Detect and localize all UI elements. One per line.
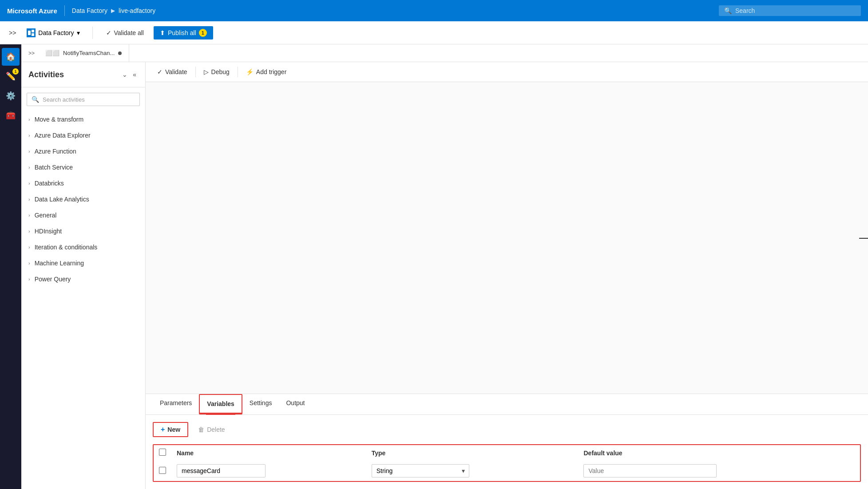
second-toolbar: >> Data Factory ▾ ✓ Validate all ⬆ Publi… (0, 21, 868, 44)
col-type: Type (366, 445, 579, 461)
canvas-drawing (146, 82, 868, 394)
activity-data-lake-analytics[interactable]: › Data Lake Analytics (21, 191, 145, 207)
activity-general[interactable]: › General (21, 207, 145, 223)
activity-label-7: HDInsight (35, 228, 62, 235)
activities-search-input[interactable] (43, 96, 135, 103)
nav-divider (64, 5, 65, 16)
validate-all-label: Validate all (114, 29, 144, 36)
variable-default-input[interactable] (583, 464, 717, 477)
activities-title: Activities (28, 70, 64, 79)
activity-hdinsight[interactable]: › HDInsight (21, 223, 145, 239)
activity-label-8: Iteration & conditionals (35, 244, 98, 251)
activity-chevron-9: › (28, 260, 30, 266)
activities-close-button[interactable]: « (131, 69, 138, 80)
type-select-wrapper: String Boolean Integer Array (372, 464, 469, 477)
activities-collapse-button[interactable]: ⌄ (120, 69, 129, 80)
tab-expand-icon[interactable]: >> (25, 48, 38, 58)
pipeline-tab-name: NotifiyTeamsChan... (63, 50, 115, 56)
activities-list: › Move & transform › Azure Data Explorer… (21, 111, 145, 287)
svg-rect-0 (28, 31, 31, 35)
df-selector[interactable]: Data Factory ▾ (23, 27, 83, 39)
tab-variables[interactable]: Variables (200, 395, 242, 414)
activity-azure-data-explorer[interactable]: › Azure Data Explorer (21, 127, 145, 143)
publish-all-button[interactable]: ⬆ Publish all 1 (154, 26, 213, 39)
debug-button[interactable]: ▷ Debug (199, 66, 234, 78)
sidebar-toolbox-button[interactable]: 🧰 (2, 106, 20, 124)
validate-check-icon: ✓ (157, 68, 163, 75)
col-default-value: Default value (578, 445, 860, 461)
activity-iteration-conditionals[interactable]: › Iteration & conditionals (21, 239, 145, 255)
svg-rect-2 (32, 33, 34, 36)
delete-button[interactable]: 🗑 Delete (194, 423, 229, 436)
activities-panel: Activities ⌄ « 🔍 › Move & transform (21, 62, 146, 489)
activity-label-4: Databricks (35, 180, 64, 187)
canvas-sep-2 (238, 67, 238, 77)
variable-type-select[interactable]: String Boolean Integer Array (372, 464, 469, 477)
add-trigger-label: Add trigger (256, 68, 286, 75)
activity-chevron-8: › (28, 244, 30, 250)
search-input[interactable] (735, 7, 856, 14)
activities-search-box[interactable]: 🔍 (27, 93, 140, 106)
activity-chevron-0: › (28, 117, 30, 122)
activity-machine-learning[interactable]: › Machine Learning (21, 255, 145, 271)
pipeline-tab[interactable]: ⬜⬜ NotifiyTeamsChan... (38, 44, 129, 62)
validate-all-button[interactable]: ✓ Validate all (102, 27, 148, 39)
search-icon: 🔍 (724, 7, 732, 14)
table-row: String Boolean Integer Array (154, 461, 860, 481)
add-trigger-button[interactable]: ⚡ Add trigger (242, 66, 291, 78)
validate-icon: ✓ (106, 29, 111, 36)
variables-table: Name Type Default value (154, 445, 860, 481)
row-checkbox[interactable] (159, 467, 166, 474)
activity-azure-function[interactable]: › Azure Function (21, 143, 145, 159)
activity-label-9: Machine Learning (35, 260, 84, 267)
main-layout: 🏠 ✏️ 1 ⚙️ 🧰 >> ⬜⬜ NotifiyTeamsChan... Ac… (0, 44, 868, 489)
expand-button[interactable]: >> (7, 28, 18, 38)
pipeline-tab-bar: >> ⬜⬜ NotifiyTeamsChan... (21, 44, 868, 62)
publish-label: Publish all (168, 29, 196, 36)
edit-badge: 1 (12, 68, 19, 75)
activity-chevron-10: › (28, 276, 30, 282)
table-header-row: Name Type Default value (154, 445, 860, 461)
activity-chevron-7: › (28, 229, 30, 234)
new-variable-button[interactable]: + New (153, 422, 188, 437)
activity-label-3: Batch Service (35, 164, 73, 171)
activity-label-6: General (35, 212, 57, 219)
activity-label-10: Power Query (35, 276, 71, 283)
activity-label-1: Azure Data Explorer (35, 132, 91, 139)
debug-label: Debug (211, 68, 230, 75)
header-checkbox[interactable] (159, 449, 166, 456)
activity-move-transform[interactable]: › Move & transform (21, 111, 145, 127)
activity-chevron-5: › (28, 197, 30, 202)
nav-path-factory: live-adfactory (119, 7, 155, 14)
activity-databricks[interactable]: › Databricks (21, 175, 145, 191)
pipeline-unsaved-dot (118, 51, 122, 55)
activity-label-5: Data Lake Analytics (35, 196, 89, 203)
new-label: New (167, 426, 180, 433)
variables-table-wrapper: Name Type Default value (153, 444, 861, 482)
top-nav: Microsoft Azure Data Factory ▶ live-adfa… (0, 0, 868, 21)
debug-icon: ▷ (204, 68, 209, 75)
activities-controls: ⌄ « (120, 69, 138, 80)
activities-header: Activities ⌄ « (21, 62, 145, 87)
tab-output[interactable]: Output (279, 394, 312, 414)
sidebar-home-button[interactable]: 🏠 (2, 48, 20, 66)
tab-parameters[interactable]: Parameters (153, 394, 199, 414)
activity-chevron-6: › (28, 213, 30, 218)
sidebar-monitor-button[interactable]: ⚙️ (2, 87, 20, 105)
toolbar-separator-1 (92, 27, 93, 39)
activity-label-2: Azure Function (35, 148, 76, 155)
activity-batch-service[interactable]: › Batch Service (21, 159, 145, 175)
variable-name-input[interactable] (177, 464, 266, 477)
tab-settings[interactable]: Settings (242, 394, 279, 414)
canvas-minimize-bar (859, 238, 868, 239)
global-search[interactable]: 🔍 (719, 5, 861, 16)
sidebar-edit-button[interactable]: ✏️ 1 (2, 67, 20, 85)
df-icon (27, 28, 36, 37)
pipeline-icon: ⬜⬜ (45, 50, 59, 56)
bottom-panel: Parameters Variables Settings Output (146, 394, 868, 489)
activity-chevron-2: › (28, 149, 30, 154)
col-name: Name (171, 445, 366, 461)
activity-chevron-1: › (28, 133, 30, 138)
validate-button[interactable]: ✓ Validate (153, 66, 192, 78)
activity-power-query[interactable]: › Power Query (21, 271, 145, 287)
